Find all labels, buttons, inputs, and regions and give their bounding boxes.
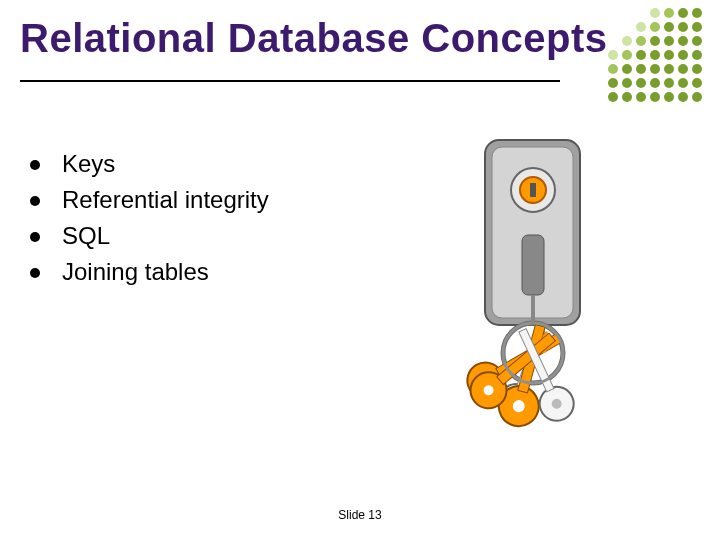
bullet-icon [30, 268, 40, 278]
svg-rect-4 [530, 183, 536, 197]
list-item: Referential integrity [30, 186, 390, 214]
bullet-list: Keys Referential integrity SQL Joining t… [30, 150, 390, 294]
title-underline [20, 80, 560, 82]
list-item: Keys [30, 150, 390, 178]
keys-lock-icon [400, 135, 660, 465]
slide: Relational Database Concepts Keys Refere… [0, 0, 720, 540]
bullet-icon [30, 232, 40, 242]
bullet-icon [30, 160, 40, 170]
slide-number: Slide 13 [0, 508, 720, 522]
decorative-dot-grid [608, 8, 706, 106]
bullet-icon [30, 196, 40, 206]
slide-title: Relational Database Concepts [20, 16, 608, 61]
keys-lock-illustration [400, 135, 660, 465]
list-item: Joining tables [30, 258, 390, 286]
list-item: SQL [30, 222, 390, 250]
svg-rect-5 [522, 235, 544, 295]
bullet-text: SQL [62, 222, 110, 250]
bullet-text: Keys [62, 150, 115, 178]
bullet-text: Joining tables [62, 258, 209, 286]
bullet-text: Referential integrity [62, 186, 269, 214]
